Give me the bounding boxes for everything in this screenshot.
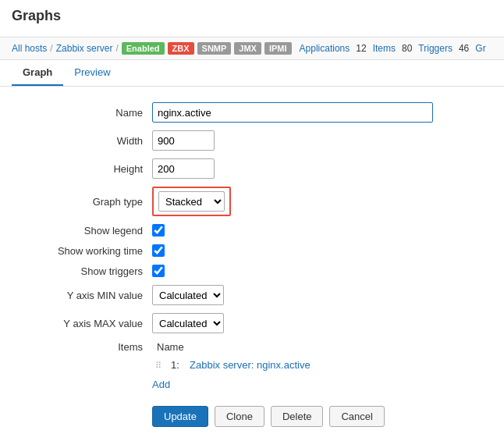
show-legend-row: Show legend bbox=[12, 224, 492, 237]
graph-type-highlight: Normal Stacked Pie Exploded bbox=[152, 187, 231, 216]
name-row: Name bbox=[12, 102, 492, 123]
items-header: Name bbox=[152, 341, 314, 353]
page-title: Graphs bbox=[12, 8, 492, 24]
y-axis-min-row: Y axis MIN value Calculated Fixed Item bbox=[12, 285, 492, 305]
height-row: Height bbox=[12, 158, 492, 179]
form-area: Name Width Height Graph type Normal Stac… bbox=[0, 87, 504, 434]
items-row: Items Name ⠿ 1: bbox=[12, 341, 492, 390]
tabs-bar: Graph Preview bbox=[0, 60, 504, 87]
show-legend-label: Show legend bbox=[12, 225, 152, 237]
breadcrumb-zabbix-server[interactable]: Zabbix server bbox=[56, 43, 113, 54]
width-input[interactable] bbox=[152, 130, 215, 151]
y-axis-max-row: Y axis MAX value Calculated Fixed Item bbox=[12, 313, 492, 333]
show-triggers-label: Show triggers bbox=[12, 265, 152, 277]
show-working-time-checkbox[interactable] bbox=[152, 244, 165, 257]
graph-type-select[interactable]: Normal Stacked Pie Exploded bbox=[158, 191, 225, 212]
y-axis-max-select[interactable]: Calculated Fixed Item bbox=[152, 313, 224, 333]
y-axis-min-label: Y axis MIN value bbox=[12, 290, 152, 301]
breadcrumb-sep2: / bbox=[115, 43, 118, 54]
y-axis-max-label: Y axis MAX value bbox=[12, 318, 152, 329]
nav-triggers-count: 46 bbox=[459, 43, 469, 54]
height-label: Height bbox=[12, 163, 152, 175]
items-name-col-header: Name bbox=[152, 341, 184, 353]
y-axis-min-select[interactable]: Calculated Fixed Item bbox=[152, 285, 224, 305]
nav-applications-link[interactable]: Applications bbox=[300, 43, 350, 54]
graph-type-row: Graph type Normal Stacked Pie Exploded bbox=[12, 187, 492, 216]
item-number: 1: bbox=[171, 359, 179, 371]
items-content: Name ⠿ 1: Zabbix server: nginx.acti bbox=[152, 341, 314, 390]
items-label: Items bbox=[12, 341, 152, 353]
show-working-time-label: Show working time bbox=[12, 245, 152, 257]
items-table: ⠿ 1: Zabbix server: nginx.active bbox=[152, 356, 314, 374]
width-label: Width bbox=[12, 135, 152, 147]
tab-graph[interactable]: Graph bbox=[12, 60, 63, 86]
nav-applications-count: 12 bbox=[356, 43, 366, 54]
breadcrumb: All hosts / Zabbix server / Enabled ZBX … bbox=[0, 37, 504, 60]
tab-preview[interactable]: Preview bbox=[63, 60, 121, 86]
breadcrumb-sep1: / bbox=[50, 43, 52, 54]
nav-items-count: 80 bbox=[402, 43, 412, 54]
name-input[interactable] bbox=[152, 102, 433, 123]
clone-button[interactable]: Clone bbox=[215, 406, 264, 427]
table-row: ⠿ 1: Zabbix server: nginx.active bbox=[152, 356, 314, 374]
breadcrumb-all-hosts[interactable]: All hosts bbox=[12, 43, 47, 54]
show-legend-checkbox[interactable] bbox=[152, 224, 165, 237]
drag-handle-icon[interactable]: ⠿ bbox=[155, 361, 161, 370]
show-triggers-checkbox[interactable] bbox=[152, 265, 165, 277]
jmx-badge: JMX bbox=[234, 42, 261, 55]
height-input[interactable] bbox=[152, 158, 215, 179]
show-triggers-row: Show triggers bbox=[12, 265, 492, 277]
nav-items-link[interactable]: Items bbox=[373, 43, 396, 54]
name-label: Name bbox=[12, 107, 152, 119]
status-enabled-badge: Enabled bbox=[122, 42, 165, 55]
item-link[interactable]: Zabbix server: nginx.active bbox=[190, 359, 311, 371]
cancel-button[interactable]: Cancel bbox=[329, 406, 384, 427]
delete-button[interactable]: Delete bbox=[271, 406, 324, 427]
graph-type-label: Graph type bbox=[12, 196, 152, 208]
show-working-time-row: Show working time bbox=[12, 244, 492, 257]
update-button[interactable]: Update bbox=[152, 406, 208, 427]
add-item-link[interactable]: Add bbox=[152, 379, 170, 390]
zbx-badge: ZBX bbox=[168, 42, 194, 55]
nav-triggers-link[interactable]: Triggers bbox=[418, 43, 453, 54]
width-row: Width bbox=[12, 130, 492, 151]
ipmi-badge: IPMI bbox=[264, 42, 292, 55]
nav-gr-link[interactable]: Gr bbox=[475, 43, 485, 54]
snmp-badge: SNMP bbox=[197, 42, 232, 55]
buttons-row: Update Clone Delete Cancel bbox=[12, 406, 492, 427]
